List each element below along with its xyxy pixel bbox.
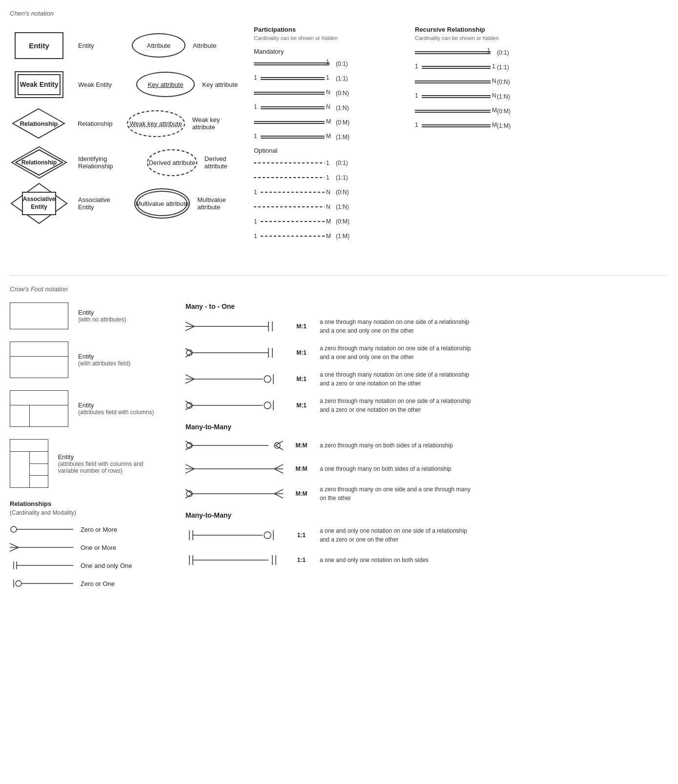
svg-line-116: [274, 494, 283, 498]
part-row-o01: 1 (0:1): [254, 158, 405, 168]
attribute-label: Attribute: [193, 42, 216, 49]
entity-rows-section: [10, 452, 48, 487]
rec-line-01: 1: [415, 48, 493, 58]
recursive-title: Recursive Relationship: [415, 26, 556, 33]
entity-shape-label: Entity: [78, 42, 107, 49]
part-row-o1m: 1 M (1:M): [254, 231, 405, 241]
crows-entity-simple-row: Entity (with no attributes): [10, 302, 156, 329]
recursive-subtitle: Cardinality can be shown or hidden: [415, 35, 556, 41]
mm-desc-1: a zero through many on both sides of a r…: [320, 441, 453, 450]
one-or-more-symbol: [10, 542, 73, 554]
optional-label: Optional: [254, 147, 405, 154]
relationship-row: Relationship Relationship Weak key attri…: [10, 104, 244, 143]
many-to-one-title: Many - to - One: [185, 302, 668, 310]
participations-title: Participations: [254, 26, 405, 33]
part-line-o01: 1: [254, 158, 332, 168]
mm-label-3: M:M: [293, 490, 310, 497]
crows-entity-cols-label: Entity (attributes field with columns): [78, 402, 154, 416]
entity-attrs-header: [10, 342, 68, 357]
svg-point-89: [264, 376, 271, 382]
svg-text:1: 1: [254, 189, 257, 196]
svg-text:1: 1: [415, 63, 418, 70]
svg-line-108: [274, 464, 283, 469]
mm-desc-3: a zero through many on one side and a on…: [320, 485, 476, 503]
crows-entity-rows-row: Entity (attributes field with columns an…: [10, 439, 156, 488]
mm-row2: M:M a one through many on both sides of …: [185, 462, 668, 476]
svg-text:N: N: [326, 203, 330, 210]
svg-line-85: [185, 375, 194, 379]
part-row-m11: 1 1 (1:1): [254, 74, 405, 83]
m1-label-4: M:1: [293, 402, 310, 409]
svg-line-86: [185, 379, 194, 383]
key-attribute-oval: Key attribute: [136, 72, 195, 97]
rec-line-1m: 1 M: [415, 121, 493, 131]
svg-text:N: N: [492, 78, 496, 84]
crows-grid: Entity (with no attributes) Entity (with…: [10, 302, 668, 596]
data-row-3: [30, 476, 48, 487]
rec-line-1n: 1 N: [415, 92, 493, 101]
entity-cols-header: [10, 391, 68, 405]
identifying-rel-diamond: Relationship: [10, 145, 68, 180]
main-container: Chen's notation Entity Entity Attribute …: [10, 10, 668, 596]
relationship-shape-box: Relationship: [10, 108, 68, 140]
entity-shape: Entity: [15, 32, 63, 59]
mandatory-label: Mandatory: [254, 48, 405, 55]
svg-line-63: [10, 543, 19, 547]
entity-rows-header: [10, 440, 48, 452]
rec-row-1m: 1 M (1:M): [415, 121, 556, 131]
zero-or-one-row: Zero or One: [10, 578, 156, 590]
mm-row3: M:M a zero through many on one side and …: [185, 485, 668, 503]
svg-text:1: 1: [415, 121, 418, 128]
crows-entity-attrs-row: Entity (with attributes field): [10, 342, 156, 378]
relationship-diamond: Relationship: [12, 108, 65, 140]
part-row-m01: 1 (0:1): [254, 59, 405, 69]
multivalue-attribute-label: Multivalue attribute: [197, 196, 244, 211]
m1-label-3: M:1: [293, 376, 310, 382]
svg-point-121: [264, 532, 271, 539]
weak-entity-shape: Weak Entity: [15, 71, 63, 98]
svg-point-61: [11, 526, 17, 532]
one-or-more-row: One or More: [10, 542, 156, 554]
part-line-m0n: N: [254, 88, 332, 98]
associative-entity-row: AssociativeEntity Associative Entity Mul…: [10, 182, 244, 225]
part-row-o1n: N (1:N): [254, 202, 405, 212]
svg-text:M: M: [326, 218, 331, 225]
svg-line-74: [185, 326, 194, 331]
crows-entity-attrs: [10, 342, 68, 378]
rec-line-11: 1 1: [415, 62, 493, 72]
data-row-2: [30, 464, 48, 476]
svg-text:M: M: [326, 133, 331, 140]
part-row-m1n: 1 N (1:N): [254, 103, 405, 113]
svg-text:1: 1: [326, 59, 329, 65]
m1-row3: M:1 a one through many notation on one s…: [185, 370, 668, 388]
chens-section: Chen's notation Entity Entity Attribute …: [10, 10, 668, 246]
associative-entity-shape-box: AssociativeEntity: [10, 182, 68, 225]
rel-symbols-section: Relationships (Cardinality and Modality): [10, 500, 156, 590]
svg-line-105: [185, 469, 194, 473]
11-row2: 1:1 a one and only one notation on both …: [185, 553, 668, 567]
rec-line-0m: M: [415, 106, 493, 116]
svg-text:N: N: [492, 92, 496, 99]
crows-entity-cols: [10, 390, 68, 427]
svg-text:1: 1: [326, 74, 329, 81]
svg-text:1: 1: [326, 174, 329, 181]
rec-row-1n: 1 N (1:N): [415, 92, 556, 101]
crows-title: Crow's Foot notation: [10, 285, 668, 293]
weak-entity-label: Weak Entity: [78, 81, 112, 88]
part-line-o1n: N: [254, 202, 332, 212]
crows-entity-simple: [10, 302, 68, 329]
svg-line-115: [274, 489, 283, 494]
part-line-m1m: 1 M: [254, 132, 332, 142]
entity-shape-box: Entity: [10, 32, 68, 59]
zero-or-one-label: Zero or One: [81, 580, 115, 587]
many-to-many2-title: Many-to-Many: [185, 511, 668, 519]
part-line-m01: 1: [254, 59, 332, 69]
part-line-o11: 1: [254, 173, 332, 182]
chens-top: Entity Entity Attribute Attribute Weak E…: [10, 26, 668, 246]
part-row-m0n: N (0:N): [254, 88, 405, 98]
svg-text:1: 1: [254, 233, 257, 240]
mm-desc-2: a one through many on both sides of a re…: [320, 464, 452, 473]
svg-text:1: 1: [415, 92, 418, 99]
relationships-sub: (Cardinality and Modality): [10, 509, 156, 516]
svg-text:M: M: [326, 118, 331, 125]
